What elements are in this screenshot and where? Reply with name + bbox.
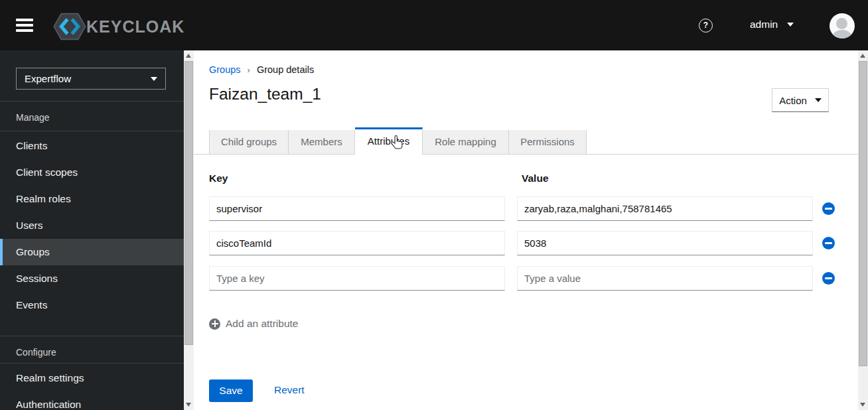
attribute-key-input[interactable] [209, 196, 505, 221]
help-icon[interactable]: ? [699, 19, 713, 33]
sidebar-item-realm-settings[interactable]: Realm settings [0, 365, 184, 391]
tabs-bottom-border [194, 154, 858, 155]
tab-attributes[interactable]: Attributes [355, 127, 423, 155]
sidebar-item-users[interactable]: Users [0, 212, 184, 239]
plus-circle-icon [209, 318, 220, 330]
value-column-header: Value [522, 172, 549, 184]
realm-selector-dropdown[interactable]: Expertflow [16, 68, 166, 90]
sidebar-item-client-scopes[interactable]: Client scopes [0, 159, 184, 186]
nav-section-title-manage: Manage [16, 112, 149, 123]
remove-attribute-button[interactable] [822, 237, 835, 249]
tab-members[interactable]: Members [289, 130, 355, 154]
chevron-right-icon: › [248, 65, 250, 75]
attribute-value-input[interactable] [517, 231, 813, 255]
sidebar-scrollbar[interactable] [184, 50, 194, 410]
sidebar-item-sessions[interactable]: Sessions [0, 265, 184, 292]
realm-selector-value: Expertflow [25, 73, 71, 84]
divider [0, 336, 184, 336]
main-scrollbar[interactable] [858, 50, 868, 410]
page-title: Faizan_team_1 [209, 85, 321, 103]
sidebar-item-groups[interactable]: Groups [0, 239, 184, 265]
divider [0, 363, 184, 364]
tab-role-mapping[interactable]: Role mapping [423, 130, 509, 154]
divider [0, 131, 184, 131]
scrollbar-thumb[interactable] [184, 61, 193, 345]
action-label: Action [779, 95, 807, 106]
chevron-down-icon [151, 77, 157, 81]
avatar-person-icon [836, 18, 847, 29]
sidebar-nav: Expertflow Manage Clients Client scopes … [0, 50, 184, 410]
save-button[interactable]: Save [209, 379, 253, 402]
scrollbar-thumb[interactable] [859, 61, 867, 366]
keycloak-admin-console: KEYCLOAK ? admin Expertflow Manage Clien… [0, 0, 868, 410]
action-dropdown-button[interactable]: Action [772, 88, 829, 112]
remove-attribute-button[interactable] [822, 202, 835, 215]
add-attribute-label: Add an attribute [226, 318, 298, 330]
attribute-value-input[interactable] [517, 266, 813, 291]
breadcrumb-current: Group details [257, 64, 314, 75]
key-column-header: Key [209, 172, 228, 184]
user-menu-dropdown[interactable]: admin [750, 19, 794, 31]
user-avatar[interactable] [830, 13, 855, 38]
keycloak-logo: KEYCLOAK [49, 12, 184, 41]
revert-link[interactable]: Revert [274, 384, 305, 396]
nav-section-title-configure: Configure [16, 347, 149, 358]
brand-text: KEYCLOAK [86, 17, 184, 36]
username-label: admin [750, 19, 778, 31]
breadcrumb-groups-link[interactable]: Groups [209, 64, 241, 75]
keycloak-hexagon-icon [49, 12, 90, 41]
tab-child-groups[interactable]: Child groups [209, 130, 289, 154]
main-content: Groups › Group details Faizan_team_1 Act… [194, 50, 858, 410]
sidebar-item-clients[interactable]: Clients [0, 133, 184, 159]
attribute-key-input[interactable] [209, 231, 505, 255]
sidebar-item-authentication[interactable]: Authentication [0, 391, 184, 410]
attribute-key-input[interactable] [209, 266, 505, 291]
chevron-down-icon [787, 23, 794, 27]
sidebar-item-events[interactable]: Events [0, 292, 184, 318]
remove-attribute-button[interactable] [822, 272, 835, 285]
top-header-bar: KEYCLOAK ? admin [0, 0, 868, 50]
scroll-down-icon[interactable] [860, 403, 865, 407]
breadcrumb: Groups › Group details [209, 64, 314, 75]
scroll-down-icon[interactable] [186, 403, 191, 407]
hamburger-menu-icon[interactable] [16, 19, 33, 32]
tab-permissions[interactable]: Permissions [509, 130, 587, 154]
sidebar-item-realm-roles[interactable]: Realm roles [0, 186, 184, 212]
divider [0, 101, 184, 102]
attribute-value-input[interactable] [517, 196, 813, 221]
chevron-down-icon [815, 98, 822, 102]
scroll-up-icon[interactable] [860, 54, 865, 58]
add-attribute-button[interactable]: Add an attribute [209, 318, 298, 330]
scroll-up-icon[interactable] [186, 54, 191, 58]
